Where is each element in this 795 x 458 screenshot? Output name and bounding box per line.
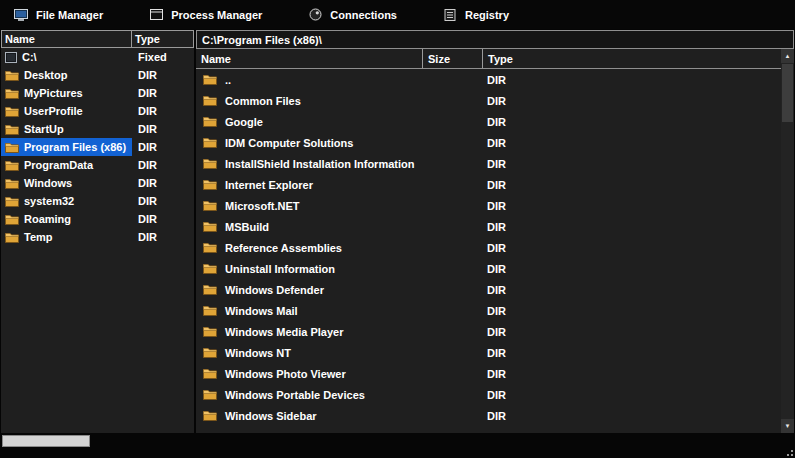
file-name-cell[interactable]: Microsoft.NET [196, 200, 423, 212]
process-manager-icon [149, 8, 163, 21]
tree-item-label: Desktop [24, 69, 67, 81]
table-row[interactable]: ..DIR [196, 69, 781, 90]
folder-icon [5, 106, 19, 117]
tree-item-type: DIR [132, 231, 157, 243]
folder-icon [203, 200, 217, 211]
file-type-cell: DIR [483, 410, 781, 422]
scrollbar-thumb[interactable] [782, 64, 793, 122]
folder-tree-panel: Name Type C:\FixedDesktopDIRMyPicturesDI… [1, 30, 194, 433]
file-name-cell[interactable]: Common Files [196, 95, 423, 107]
folder-icon [5, 196, 19, 207]
column-header-type[interactable]: Type [483, 49, 781, 68]
file-name-cell[interactable]: Windows NT [196, 347, 423, 359]
tree-item-type: DIR [132, 123, 157, 135]
tree-item-name-cell[interactable]: Windows [1, 174, 132, 192]
tree-item[interactable]: WindowsDIR [1, 174, 194, 192]
file-name-cell[interactable]: Windows Portable Devices [196, 389, 423, 401]
file-name-label: Common Files [225, 95, 301, 107]
tree-item-name-cell[interactable]: system32 [1, 192, 132, 210]
column-header-type[interactable]: Type [132, 31, 193, 47]
tree-item-name-cell[interactable]: MyPictures [1, 84, 132, 102]
file-name-cell[interactable]: MSBuild [196, 221, 423, 233]
file-name-label: Windows Mail [225, 305, 298, 317]
file-name-cell[interactable]: InstallShield Installation Information [196, 158, 423, 170]
file-name-cell[interactable]: Reference Assemblies [196, 242, 423, 254]
table-row[interactable]: Reference AssembliesDIR [196, 237, 781, 258]
tree-item[interactable]: RoamingDIR [1, 210, 194, 228]
tree-item-name-cell[interactable]: Desktop [1, 66, 132, 84]
tree-item-label: Roaming [24, 213, 71, 225]
tree-item-name-cell[interactable]: Program Files (x86) [1, 138, 132, 156]
tree-item-label: MyPictures [24, 87, 83, 99]
file-name-cell[interactable]: Uninstall Information [196, 263, 423, 275]
file-name-cell[interactable]: Windows Photo Viewer [196, 368, 423, 380]
file-name-label: Windows Sidebar [225, 410, 317, 422]
table-row[interactable]: Windows Portable DevicesDIR [196, 384, 781, 405]
table-row[interactable]: Internet ExplorerDIR [196, 174, 781, 195]
tree-item-name-cell[interactable]: Temp [1, 228, 132, 246]
file-name-cell[interactable]: IDM Computer Solutions [196, 137, 423, 149]
folder-icon [203, 242, 217, 253]
folder-icon [5, 214, 19, 225]
tab-process-manager[interactable]: Process Manager [149, 8, 262, 21]
table-row[interactable]: Windows MailDIR [196, 300, 781, 321]
file-type-cell: DIR [483, 368, 781, 380]
table-row[interactable]: Windows NTDIR [196, 342, 781, 363]
file-name-cell[interactable]: Internet Explorer [196, 179, 423, 191]
file-name-cell[interactable]: Windows Media Player [196, 326, 423, 338]
table-row[interactable]: Common FilesDIR [196, 90, 781, 111]
table-row[interactable]: InstallShield Installation InformationDI… [196, 153, 781, 174]
tab-connections[interactable]: Connections [308, 8, 397, 21]
column-header-size[interactable]: Size [423, 49, 483, 68]
table-row[interactable]: GoogleDIR [196, 111, 781, 132]
table-row[interactable]: Windows DefenderDIR [196, 279, 781, 300]
tab-registry[interactable]: Registry [443, 8, 509, 21]
file-name-cell[interactable]: Windows Sidebar [196, 410, 423, 422]
table-row[interactable]: Windows Photo ViewerDIR [196, 363, 781, 384]
tree-item[interactable]: ProgramDataDIR [1, 156, 194, 174]
tree-item[interactable]: C:\Fixed [1, 48, 194, 66]
folder-icon [203, 221, 217, 232]
table-row[interactable]: Uninstall InformationDIR [196, 258, 781, 279]
table-row[interactable]: MSBuildDIR [196, 216, 781, 237]
file-name-cell[interactable]: Windows Mail [196, 305, 423, 317]
tree-item-name-cell[interactable]: Roaming [1, 210, 132, 228]
table-row[interactable]: Windows SidebarDIR [196, 405, 781, 426]
column-header-name[interactable]: Name [196, 49, 423, 68]
table-row[interactable]: Microsoft.NETDIR [196, 195, 781, 216]
file-name-cell[interactable]: .. [196, 74, 423, 86]
tree-item-label: ProgramData [24, 159, 93, 171]
vertical-scrollbar[interactable]: ▲ ▼ [781, 49, 794, 433]
scroll-down-icon[interactable]: ▼ [781, 419, 794, 433]
file-name-cell[interactable]: Google [196, 116, 423, 128]
tree-item[interactable]: system32DIR [1, 192, 194, 210]
tree-item-label: system32 [24, 195, 74, 207]
folder-icon [203, 368, 217, 379]
tree-item-list: C:\FixedDesktopDIRMyPicturesDIRUserProfi… [1, 48, 194, 246]
file-name-cell[interactable]: Windows Defender [196, 284, 423, 296]
table-row[interactable]: Windows Media PlayerDIR [196, 321, 781, 342]
tree-item[interactable]: TempDIR [1, 228, 194, 246]
connections-icon [308, 8, 322, 21]
file-name-label: .. [225, 74, 231, 86]
tree-item-label: Program Files (x86) [24, 141, 126, 153]
tree-item[interactable]: MyPicturesDIR [1, 84, 194, 102]
tree-item[interactable]: Program Files (x86)DIR [1, 138, 194, 156]
table-row[interactable]: IDM Computer SolutionsDIR [196, 132, 781, 153]
resize-grip-icon[interactable] [783, 446, 793, 456]
column-header-name[interactable]: Name [2, 31, 132, 47]
tree-item-name-cell[interactable]: ProgramData [1, 156, 132, 174]
folder-icon [5, 124, 19, 135]
scroll-up-icon[interactable]: ▲ [781, 49, 794, 63]
tree-item[interactable]: UserProfileDIR [1, 102, 194, 120]
folder-icon [203, 347, 217, 358]
file-name-label: InstallShield Installation Information [225, 158, 414, 170]
tab-file-manager[interactable]: File Manager [14, 8, 103, 21]
file-name-label: Internet Explorer [225, 179, 313, 191]
tree-item-name-cell[interactable]: C:\ [1, 48, 132, 66]
folder-icon [203, 95, 217, 106]
tree-item-name-cell[interactable]: StartUp [1, 120, 132, 138]
tree-item[interactable]: StartUpDIR [1, 120, 194, 138]
tree-item[interactable]: DesktopDIR [1, 66, 194, 84]
tree-item-name-cell[interactable]: UserProfile [1, 102, 132, 120]
